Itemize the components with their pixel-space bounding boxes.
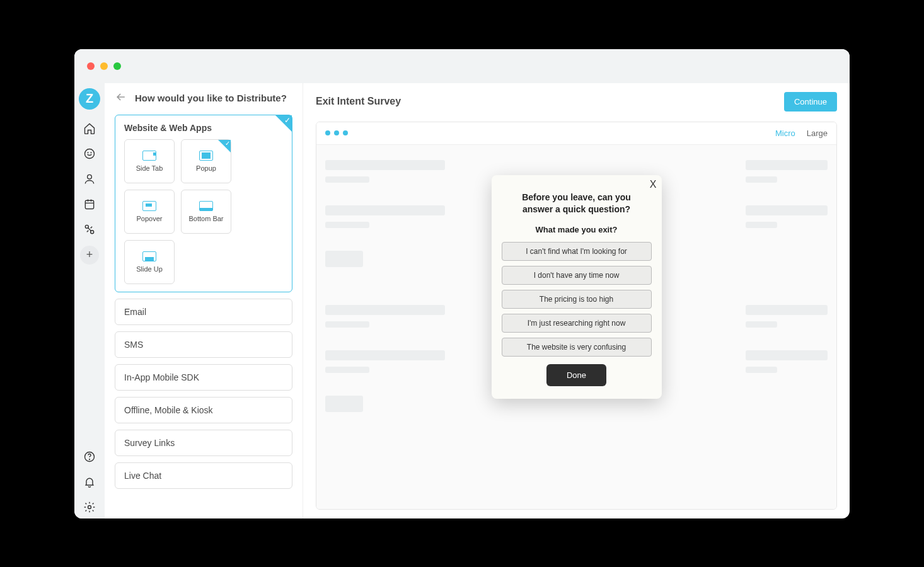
nav-help[interactable]: [78, 445, 101, 468]
popup-icon: [199, 151, 213, 161]
tile-popover[interactable]: Popover: [124, 190, 175, 234]
check-icon: ✓: [284, 116, 291, 125]
survey-option[interactable]: I don't have any time now: [502, 266, 652, 285]
close-button[interactable]: X: [650, 179, 657, 190]
survey-option[interactable]: I can't find what I'm looking for: [502, 242, 652, 261]
tile-label: Side Tab: [136, 164, 163, 172]
svg-rect-4: [85, 200, 93, 209]
channel-mobile-sdk[interactable]: In-App Mobile SDK: [115, 364, 292, 391]
tile-bottom-bar[interactable]: Bottom Bar: [181, 190, 231, 234]
channel-website[interactable]: ✓ Website & Web Apps Side Tab ✓ Popup Po…: [115, 115, 292, 292]
nav-notifications[interactable]: [78, 471, 101, 493]
window-close-icon[interactable]: [87, 62, 95, 70]
channel-links[interactable]: Survey Links: [115, 430, 292, 456]
channel-label: Live Chat: [124, 471, 161, 481]
survey-popup: X Before you leave, can you answer a qui…: [492, 175, 662, 399]
svg-point-8: [90, 459, 90, 459]
nav-home[interactable]: [78, 117, 101, 140]
bell-icon: [83, 476, 96, 488]
back-button[interactable]: [115, 91, 127, 106]
distribute-panel: How would you like to Distribute? ✓ Webs…: [105, 83, 303, 518]
size-tab-micro[interactable]: Micro: [775, 129, 795, 138]
survey-option[interactable]: The pricing is too high: [502, 290, 652, 309]
preview-frame: Micro Large: [316, 122, 837, 510]
nav-user[interactable]: [78, 168, 101, 190]
survey-question: What made you exit?: [502, 225, 652, 234]
home-icon: [83, 122, 96, 135]
window-minimize-icon[interactable]: [100, 62, 108, 70]
sidetab-icon: [142, 151, 156, 161]
done-button[interactable]: Done: [546, 364, 606, 386]
nav-integrations[interactable]: [78, 218, 101, 241]
continue-button[interactable]: Continue: [784, 92, 837, 112]
tile-label: Slide Up: [136, 265, 163, 273]
app-logo[interactable]: Z: [79, 88, 100, 110]
preview-panel: Exit Intent Survey Continue Micro Large: [303, 83, 850, 518]
slideup-icon: [142, 251, 156, 261]
channel-label: Offline, Mobile & Kiosk: [124, 405, 213, 415]
channel-label: Website & Web Apps: [124, 123, 283, 133]
channel-label: SMS: [124, 340, 143, 350]
nav-sidebar: Z +: [74, 83, 105, 518]
channel-label: Survey Links: [124, 438, 175, 448]
gear-icon: [83, 501, 96, 513]
user-icon: [83, 173, 96, 185]
add-button[interactable]: +: [80, 246, 99, 265]
feedback-icon: [83, 147, 96, 160]
channel-live-chat[interactable]: Live Chat: [115, 462, 292, 489]
arrow-left-icon: [115, 91, 127, 103]
preview-browser-dots: [325, 130, 348, 135]
size-tab-large[interactable]: Large: [807, 129, 828, 138]
svg-point-3: [88, 175, 92, 179]
tile-label: Popup: [196, 164, 216, 172]
tile-label: Popover: [137, 215, 163, 222]
nav-calendar[interactable]: [78, 193, 101, 215]
survey-heading: Before you leave, can you answer a quick…: [507, 192, 647, 216]
svg-point-2: [91, 152, 91, 152]
channel-label: In-App Mobile SDK: [124, 372, 199, 382]
svg-point-9: [88, 505, 91, 508]
calendar-icon: [83, 198, 96, 210]
survey-name: Exit Intent Survey: [316, 96, 401, 107]
panel-title: How would you like to Distribute?: [135, 93, 287, 103]
check-icon: ✓: [225, 140, 230, 147]
survey-option[interactable]: I'm just researching right now: [502, 314, 652, 333]
svg-point-0: [85, 149, 95, 158]
window-maximize-icon[interactable]: [113, 62, 121, 70]
channel-sms[interactable]: SMS: [115, 331, 292, 358]
svg-point-1: [88, 152, 88, 152]
channel-label: Email: [124, 307, 146, 317]
tile-label: Bottom Bar: [188, 215, 223, 222]
channel-offline[interactable]: Offline, Mobile & Kiosk: [115, 397, 292, 423]
close-icon: X: [650, 179, 657, 190]
tile-popup[interactable]: ✓ Popup: [181, 139, 231, 183]
window-titlebar: [74, 49, 850, 83]
popover-icon: [142, 201, 156, 211]
app-window: Z +: [74, 49, 850, 518]
bottombar-icon: [199, 201, 213, 211]
nav-settings[interactable]: [78, 496, 101, 518]
workflow-icon: [83, 223, 96, 236]
help-icon: [83, 450, 96, 463]
survey-option[interactable]: The website is very confusing: [502, 338, 652, 357]
tile-side-tab[interactable]: Side Tab: [124, 139, 175, 183]
nav-feedback[interactable]: [78, 142, 101, 165]
channel-email[interactable]: Email: [115, 299, 292, 325]
tile-slide-up[interactable]: Slide Up: [124, 240, 175, 284]
